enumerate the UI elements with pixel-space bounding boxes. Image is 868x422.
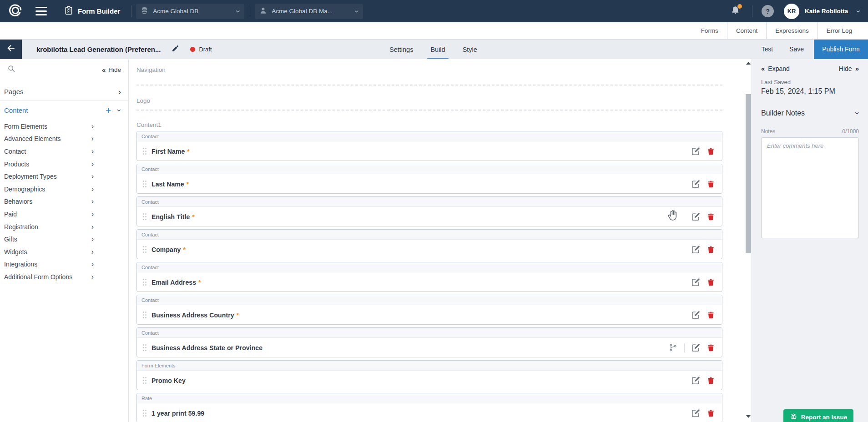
sidebar-item-behaviors[interactable]: Behaviors› (0, 196, 128, 208)
field-category: Contact (137, 262, 722, 272)
edit-field-button[interactable] (691, 180, 700, 188)
drag-handle-icon[interactable] (142, 278, 147, 286)
delete-field-button[interactable] (707, 246, 715, 254)
sidebar-item-paid[interactable]: Paid› (0, 208, 128, 221)
delete-field-button[interactable] (707, 278, 715, 286)
user-initials: KR (787, 8, 796, 15)
sidebar-item-products[interactable]: Products› (0, 158, 128, 171)
sidebar-item-gifts[interactable]: Gifts› (0, 233, 128, 246)
edit-field-button[interactable] (691, 147, 700, 156)
drag-handle-icon[interactable] (142, 311, 147, 319)
drag-handle-icon[interactable] (142, 246, 147, 253)
publish-form-button[interactable]: Publish Form (814, 40, 868, 59)
delete-field-button[interactable] (707, 409, 715, 417)
field-card-first-name[interactable]: ContactFirst Name* (136, 131, 722, 161)
field-card-email-address[interactable]: ContactEmail Address* (136, 262, 722, 292)
field-card-1-year-print-59-99[interactable]: Rate1 year print 59.99 (136, 393, 722, 422)
sidebar-item-form-elements[interactable]: Form Elements› (0, 120, 128, 133)
branch-logic-button[interactable] (669, 343, 677, 352)
sidebar-item-deployment-types[interactable]: Deployment Types› (0, 170, 128, 183)
field-card-company[interactable]: ContactCompany* (136, 229, 722, 259)
field-label: Last Name (151, 181, 184, 188)
hamburger-menu-icon[interactable] (33, 4, 50, 18)
test-button[interactable]: Test (761, 45, 773, 53)
add-content-button[interactable]: + (106, 106, 111, 115)
sidebar-hide-button[interactable]: « Hide (102, 66, 121, 74)
user-avatar[interactable]: KR (784, 4, 799, 19)
field-card-last-name[interactable]: ContactLast Name* (136, 164, 722, 194)
canvas-scrollbar[interactable] (745, 59, 752, 422)
sidebar-item-additional-form-options[interactable]: Additional Form Options› (0, 271, 128, 283)
database-dropdown[interactable]: Acme Global DB › (136, 4, 244, 19)
sidebar-item-label: Additional Form Options (4, 273, 72, 281)
drag-handle-icon[interactable] (142, 377, 147, 384)
chevron-down-icon[interactable]: › (854, 10, 863, 13)
edit-field-button[interactable] (691, 278, 700, 286)
tab-style[interactable]: Style (463, 40, 477, 59)
tab-settings[interactable]: Settings (389, 40, 413, 59)
delete-field-button[interactable] (707, 147, 715, 156)
chevron-down-icon[interactable]: › (116, 109, 124, 111)
field-category: Contact (137, 328, 722, 338)
delete-field-button[interactable] (707, 213, 715, 221)
sidebar-header: « Hide (0, 59, 128, 80)
edit-field-button[interactable] (691, 245, 700, 254)
field-card-promo-key[interactable]: Form ElementsPromo Key (136, 360, 722, 390)
delete-field-button[interactable] (707, 344, 715, 352)
sidebar-item-contact[interactable]: Contact› (0, 145, 128, 158)
notes-textarea[interactable] (761, 137, 859, 238)
profile-dropdown[interactable]: Acme Global DB Ma... › (255, 4, 363, 19)
sidebar-item-pages[interactable]: Pages › (0, 83, 128, 101)
edit-field-button[interactable] (691, 311, 700, 319)
delete-field-button[interactable] (707, 377, 715, 385)
menubar-link-expressions[interactable]: Expressions (767, 22, 818, 39)
field-card-english-title[interactable]: ContactEnglish Title* (136, 196, 722, 226)
chevron-right-icon: › (91, 148, 94, 155)
delete-field-button[interactable] (707, 311, 715, 319)
notifications-button[interactable] (729, 3, 742, 19)
menubar-link-forms[interactable]: Forms (692, 22, 727, 39)
drag-handle-icon[interactable] (142, 147, 147, 155)
save-button[interactable]: Save (789, 45, 804, 53)
builder-notes-header[interactable]: Builder Notes › (761, 108, 859, 118)
sidebar-item-integrations[interactable]: Integrations› (0, 258, 128, 271)
field-card-business-address-state-or-province[interactable]: ContactBusiness Address State or Provinc… (136, 327, 722, 357)
delete-field-button[interactable] (707, 180, 715, 188)
sidebar-item-widgets[interactable]: Widgets› (0, 246, 128, 258)
chevron-down-icon[interactable]: › (853, 112, 863, 115)
edit-title-button[interactable] (172, 45, 179, 54)
sidebar-item-content[interactable]: Content + › (0, 101, 128, 119)
field-actions (691, 409, 715, 417)
sidebar-item-demographics[interactable]: Demographics› (0, 183, 128, 196)
required-asterisk: * (183, 246, 186, 253)
search-icon[interactable] (7, 65, 15, 75)
scrollbar-thumb[interactable] (746, 94, 751, 253)
field-card-business-address-country[interactable]: ContactBusiness Address Country* (136, 295, 722, 325)
expand-panel-button[interactable]: « Expand (761, 65, 790, 72)
brand-logo[interactable] (5, 2, 25, 20)
field-category: Form Elements (137, 361, 722, 371)
scroll-down-arrow[interactable] (746, 415, 751, 418)
hide-panel-button[interactable]: Hide » (839, 65, 859, 72)
drag-handle-icon[interactable] (142, 409, 147, 417)
tab-build[interactable]: Build (430, 40, 445, 59)
back-button[interactable] (0, 40, 22, 59)
drag-handle-icon[interactable] (142, 180, 147, 188)
drag-handle-icon[interactable] (142, 344, 147, 352)
help-button[interactable]: ? (762, 5, 774, 17)
sidebar-item-advanced-elements[interactable]: Advanced Elements› (0, 133, 128, 146)
menubar-link-content[interactable]: Content (727, 22, 766, 39)
edit-field-button[interactable] (691, 409, 700, 417)
required-asterisk: * (198, 279, 201, 286)
edit-field-button[interactable] (691, 212, 700, 221)
required-asterisk: * (192, 213, 194, 221)
notes-meta-row: Notes 0/1000 (761, 128, 859, 135)
edit-field-button[interactable] (691, 376, 700, 385)
report-issue-button[interactable]: Report an Issue (783, 409, 853, 422)
menubar-link-error-log[interactable]: Error Log (818, 22, 861, 39)
sidebar-item-registration[interactable]: Registration› (0, 221, 128, 233)
profile-dropdown-value: Acme Global DB Ma... (272, 8, 333, 15)
edit-field-button[interactable] (691, 343, 700, 352)
scroll-up-arrow[interactable] (746, 62, 751, 65)
drag-handle-icon[interactable] (142, 213, 147, 221)
